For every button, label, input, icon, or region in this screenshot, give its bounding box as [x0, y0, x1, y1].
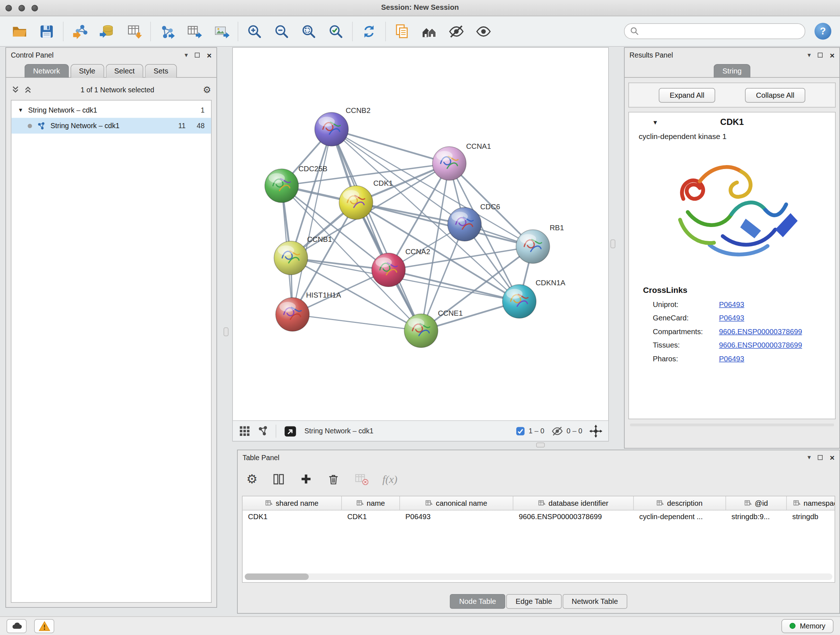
crosshair-icon[interactable] — [589, 424, 602, 437]
table-cell: stringdb — [787, 510, 835, 524]
delete-column-icon[interactable] — [326, 472, 340, 486]
table-row[interactable]: CDK1CDK1P064939606.ENSP00000378699cyclin… — [243, 510, 835, 524]
crosslink-link[interactable]: 9606.ENSP00000378699 — [719, 328, 802, 336]
splitter-handle[interactable] — [536, 443, 545, 448]
node-CCNB1[interactable]: CCNB1 — [274, 235, 332, 275]
column-header[interactable]: database identifier — [513, 496, 634, 510]
crosslink-link[interactable]: P06493 — [719, 314, 745, 322]
hidden-indicator[interactable]: 0 – 0 — [551, 425, 582, 437]
expand-all-button[interactable]: Expand All — [659, 88, 715, 103]
tab-node-table[interactable]: Node Table — [450, 594, 505, 609]
tab-sets[interactable]: Sets — [145, 64, 177, 78]
create-column-icon[interactable] — [299, 472, 312, 486]
panel-close-icon[interactable]: × — [830, 453, 835, 462]
network-collection-row[interactable]: ▼ String Network – cdk1 1 — [11, 102, 211, 118]
warning-icon — [38, 620, 50, 632]
network-canvas[interactable]: CCNB2CCNA1CDC25BCDK1CDC6RB1CCNB1CCNA2CDK… — [233, 48, 608, 420]
panel-float-icon[interactable] — [818, 455, 823, 460]
cloud-button[interactable] — [6, 619, 27, 633]
search-input[interactable] — [643, 27, 799, 35]
panel-minimize-icon[interactable]: ▾ — [807, 454, 811, 461]
results-scrollbar[interactable] — [630, 424, 834, 426]
column-header[interactable]: @id — [726, 496, 787, 510]
export-image-button[interactable] — [210, 20, 233, 43]
panel-close-icon[interactable]: × — [207, 51, 212, 59]
import-table-from-file-button[interactable] — [123, 20, 145, 43]
show-columns-icon[interactable] — [272, 472, 286, 486]
zoom-selected-button[interactable] — [325, 20, 347, 43]
network-row[interactable]: String Network – cdk1 11 48 — [11, 118, 211, 134]
node-label-CDKN1A: CDKN1A — [536, 279, 566, 287]
scrollbar-thumb[interactable] — [245, 573, 309, 580]
crosslink-link[interactable]: 9606.ENSP00000378699 — [719, 341, 802, 349]
column-header[interactable]: description — [634, 496, 726, 510]
window-title: Session: New Session — [0, 3, 840, 11]
table-settings-gear-icon[interactable]: ⚙ — [246, 472, 257, 486]
tab-edge-table[interactable]: Edge Table — [507, 594, 561, 609]
collapse-all-button[interactable]: Collapse All — [745, 88, 805, 103]
edge-CDK1-RB1[interactable] — [356, 203, 533, 247]
gear-icon[interactable]: ⚙ — [203, 84, 211, 96]
help-button[interactable]: ? — [815, 23, 832, 40]
import-network-from-database-button[interactable] — [95, 20, 118, 43]
panel-float-icon[interactable] — [195, 52, 200, 57]
panel-minimize-icon[interactable]: ▾ — [185, 52, 188, 58]
node-CDKN1A[interactable]: CDKN1A — [502, 279, 565, 318]
edge-CCNB2-HIST1H1A[interactable] — [293, 129, 332, 315]
tab-select[interactable]: Select — [106, 64, 143, 78]
panel-float-icon[interactable] — [818, 52, 823, 57]
network-view[interactable]: CCNB2CCNA1CDC25BCDK1CDC6RB1CCNB1CCNA2CDK… — [232, 48, 609, 442]
tab-network[interactable]: Network — [25, 64, 69, 78]
node-CCNB2[interactable]: CCNB2 — [315, 106, 370, 146]
warnings-button[interactable] — [34, 619, 55, 633]
selection-indicator[interactable]: 1 – 0 — [515, 426, 544, 436]
search-field[interactable] — [624, 24, 805, 40]
zoom-out-button[interactable] — [270, 20, 293, 43]
crosslink-link[interactable]: P06493 — [719, 355, 745, 363]
tab-network-table[interactable]: Network Table — [562, 594, 627, 609]
apply-layout-icon — [361, 23, 377, 40]
hide-selected-button[interactable] — [445, 20, 468, 43]
zoom-fit-button[interactable] — [297, 20, 320, 43]
crosslink-link[interactable]: P06493 — [719, 301, 745, 309]
new-table-button[interactable] — [183, 20, 206, 43]
column-header[interactable]: canonical name — [400, 496, 514, 510]
edge-HIST1H1A-CCNE1[interactable] — [293, 315, 422, 331]
node-HIST1H1A[interactable]: HIST1H1A — [276, 291, 341, 331]
function-builder-button[interactable]: f(x) — [382, 473, 398, 486]
grid-view-icon[interactable] — [239, 425, 250, 437]
browser-home-button[interactable] — [418, 20, 441, 43]
memory-status-dot — [790, 623, 796, 629]
share-network-icon[interactable] — [257, 425, 269, 437]
panel-close-icon[interactable]: × — [830, 51, 835, 59]
external-link-icon[interactable] — [283, 424, 297, 437]
show-all-button[interactable] — [472, 20, 495, 43]
disclosure-triangle-icon[interactable]: ▼ — [18, 107, 24, 113]
disclosure-triangle-icon[interactable]: ▼ — [652, 119, 658, 126]
node-CDK1[interactable]: CDK1 — [339, 179, 393, 219]
edge-CCNB2-CCNE1[interactable] — [332, 129, 422, 331]
column-header[interactable]: namespac — [787, 496, 835, 510]
edge-CCNB2-CCNA1[interactable] — [332, 129, 450, 164]
zoom-in-button[interactable] — [243, 20, 266, 43]
node-CDC6[interactable]: CDC6 — [448, 203, 500, 241]
open-documentation-button[interactable] — [391, 20, 414, 43]
new-network-button[interactable] — [156, 20, 179, 43]
memory-button[interactable]: Memory — [782, 619, 834, 633]
collapse-all-icon[interactable] — [24, 86, 32, 94]
save-session-button[interactable] — [35, 20, 58, 43]
splitter-handle[interactable] — [224, 328, 229, 336]
panel-minimize-icon[interactable]: ▾ — [807, 52, 811, 58]
tab-style[interactable]: Style — [70, 64, 104, 78]
expand-all-icon[interactable] — [11, 86, 20, 94]
column-header[interactable]: name — [342, 496, 400, 510]
node-CCNA1[interactable]: CCNA1 — [433, 142, 491, 180]
import-network-from-file-button[interactable] — [68, 20, 91, 43]
apply-layout-button[interactable] — [358, 20, 381, 43]
open-session-button[interactable] — [8, 20, 31, 43]
node-RB1[interactable]: RB1 — [516, 224, 564, 264]
table-horizontal-scrollbar[interactable] — [245, 573, 833, 580]
tab-string[interactable]: String — [714, 64, 750, 78]
column-header[interactable]: shared name — [243, 496, 342, 510]
splitter-handle[interactable] — [611, 240, 616, 249]
